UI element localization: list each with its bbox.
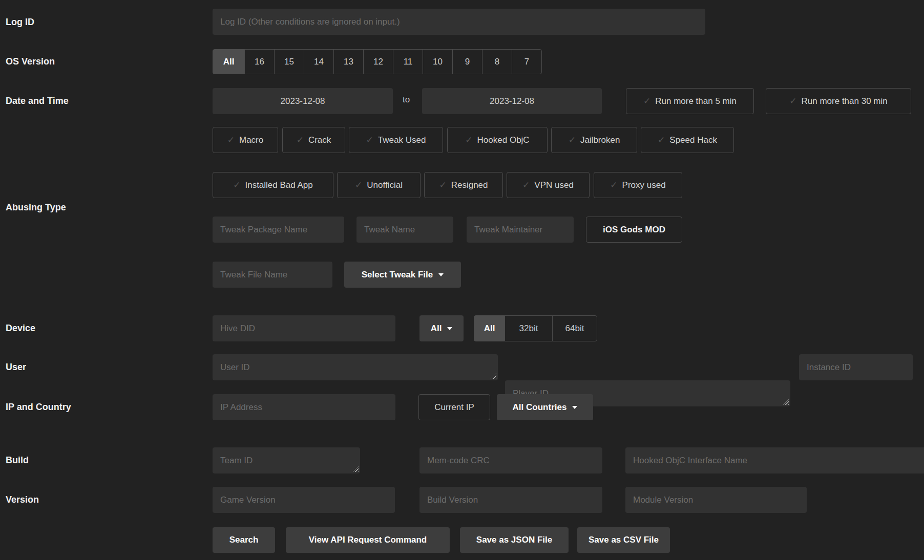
os-version-7-button[interactable]: 7: [512, 49, 542, 74]
resigned-checkbox[interactable]: ✓ Resigned: [424, 172, 503, 198]
speed-hack-checkbox[interactable]: ✓ Speed Hack: [641, 127, 734, 153]
abusing-tweak-row: iOS Gods MOD: [0, 217, 924, 243]
jailbroken-checkbox[interactable]: ✓ Jailbroken: [551, 127, 637, 153]
macro-label: Macro: [239, 135, 263, 145]
build-row: [0, 447, 924, 473]
proxy-used-label: Proxy used: [622, 180, 666, 190]
tweak-package-name-input[interactable]: [213, 217, 344, 243]
os-version-14-button[interactable]: 14: [304, 49, 334, 74]
date-range-separator: to: [403, 95, 410, 105]
run-more-30min-checkbox[interactable]: ✓ Run more than 30 min: [766, 88, 911, 114]
hooked-objc-checkbox[interactable]: ✓ Hooked ObjC: [447, 127, 548, 153]
os-version-group: All 16 15 14 13 12 11 10 9 8 7: [213, 49, 547, 74]
os-version-9-button[interactable]: 9: [452, 49, 482, 74]
speed-hack-label: Speed Hack: [669, 135, 717, 145]
os-version-15-button[interactable]: 15: [274, 49, 304, 74]
version-row: [0, 487, 924, 513]
user-row: [0, 354, 924, 380]
check-icon: ✓: [233, 180, 240, 190]
team-id-field: [213, 447, 360, 473]
crack-label: Crack: [308, 135, 331, 145]
search-button[interactable]: Search: [213, 527, 275, 553]
os-version-12-button[interactable]: 12: [363, 49, 393, 74]
device-row: All All 32bit 64bit: [0, 315, 924, 341]
run-more-5min-checkbox[interactable]: ✓ Run more than 5 min: [626, 88, 754, 114]
actions-row: Search View API Request Command Save as …: [0, 527, 924, 553]
instance-id-input[interactable]: [799, 354, 913, 380]
caret-down-icon: [438, 273, 444, 276]
jailbroken-label: Jailbroken: [580, 135, 620, 145]
tweak-used-checkbox[interactable]: ✓ Tweak Used: [349, 127, 443, 153]
installed-bad-app-label: Installed Bad App: [245, 180, 312, 190]
check-icon: ✓: [439, 180, 446, 190]
device-model-dropdown[interactable]: All: [419, 315, 464, 341]
os-version-all-button[interactable]: All: [213, 49, 245, 74]
installed-bad-app-checkbox[interactable]: ✓ Installed Bad App: [213, 172, 333, 198]
run-more-5min-label: Run more than 5 min: [655, 96, 737, 106]
check-icon: ✓: [522, 180, 530, 190]
log-id-input[interactable]: [213, 9, 705, 35]
ip-address-input[interactable]: [213, 394, 395, 420]
ios-gods-mod-button[interactable]: iOS Gods MOD: [586, 217, 682, 243]
check-icon: ✓: [366, 135, 373, 145]
os-version-16-button[interactable]: 16: [244, 49, 275, 74]
bitness-32bit-button[interactable]: 32bit: [505, 315, 553, 341]
abusing-checks-row2: ✓ Installed Bad App ✓ Unofficial ✓ Resig…: [0, 172, 924, 198]
hooked-objc-label: Hooked ObjC: [477, 135, 530, 145]
game-version-input[interactable]: [213, 487, 395, 513]
user-id-input[interactable]: [213, 354, 498, 380]
tweak-name-input[interactable]: [356, 217, 453, 243]
vpn-used-label: VPN used: [534, 180, 574, 190]
memcode-crc-input[interactable]: [419, 447, 602, 473]
check-icon: ✓: [297, 135, 304, 145]
hive-did-input[interactable]: [213, 315, 395, 341]
abusing-checks-row1: ✓ Macro ✓ Crack ✓ Tweak Used ✓ Hooked Ob…: [0, 127, 924, 153]
bitness-group: All 32bit 64bit: [474, 315, 598, 341]
save-csv-button[interactable]: Save as CSV File: [577, 527, 670, 553]
check-icon: ✓: [355, 180, 362, 190]
check-icon: ✓: [227, 135, 235, 145]
view-api-request-button[interactable]: View API Request Command: [286, 527, 450, 553]
date-from-input[interactable]: [213, 88, 393, 114]
vpn-used-checkbox[interactable]: ✓ VPN used: [507, 172, 590, 198]
team-id-input[interactable]: [213, 447, 360, 473]
unofficial-checkbox[interactable]: ✓ Unofficial: [337, 172, 421, 198]
check-icon: ✓: [610, 180, 617, 190]
os-version-8-button[interactable]: 8: [482, 49, 512, 74]
proxy-used-checkbox[interactable]: ✓ Proxy used: [594, 172, 682, 198]
save-json-button[interactable]: Save as JSON File: [460, 527, 569, 553]
date-to-input[interactable]: [422, 88, 602, 114]
select-tweak-file-dropdown[interactable]: Select Tweak File: [344, 262, 461, 288]
os-version-10-button[interactable]: 10: [423, 49, 453, 74]
build-version-input[interactable]: [419, 487, 602, 513]
module-version-input[interactable]: [625, 487, 807, 513]
crack-checkbox[interactable]: ✓ Crack: [282, 127, 345, 153]
os-version-11-button[interactable]: 11: [393, 49, 423, 74]
tweak-maintainer-input[interactable]: [467, 217, 574, 243]
check-icon: ✓: [789, 96, 796, 106]
caret-down-icon: [447, 327, 452, 330]
run-more-30min-label: Run more than 30 min: [802, 96, 888, 106]
date-time-row: to ✓ Run more than 5 min ✓ Run more than…: [0, 88, 924, 114]
hooked-objc-interface-input[interactable]: [625, 447, 924, 473]
select-tweak-file-label: Select Tweak File: [362, 270, 433, 280]
check-icon: ✓: [569, 135, 576, 145]
countries-dropdown[interactable]: All Countries: [497, 394, 593, 420]
ip-country-row: Current IP All Countries: [0, 394, 924, 420]
tweak-file-name-input[interactable]: [213, 262, 332, 288]
bitness-all-button[interactable]: All: [474, 315, 505, 341]
current-ip-button[interactable]: Current IP: [418, 394, 490, 420]
unofficial-label: Unofficial: [367, 180, 403, 190]
os-version-13-button[interactable]: 13: [333, 49, 364, 74]
check-icon: ✓: [658, 135, 665, 145]
check-icon: ✓: [643, 96, 650, 106]
abusing-type-label: Abusing Type: [6, 202, 66, 213]
log-search-form: Log ID OS Version Date and Time Abusing …: [0, 0, 924, 560]
macro-checkbox[interactable]: ✓ Macro: [213, 127, 278, 153]
tweak-used-label: Tweak Used: [378, 135, 426, 145]
user-id-field: [213, 354, 498, 380]
resigned-label: Resigned: [451, 180, 488, 190]
bitness-64bit-button[interactable]: 64bit: [552, 315, 597, 341]
device-model-dropdown-label: All: [431, 324, 442, 334]
os-version-row: All 16 15 14 13 12 11 10 9 8 7: [0, 49, 924, 74]
